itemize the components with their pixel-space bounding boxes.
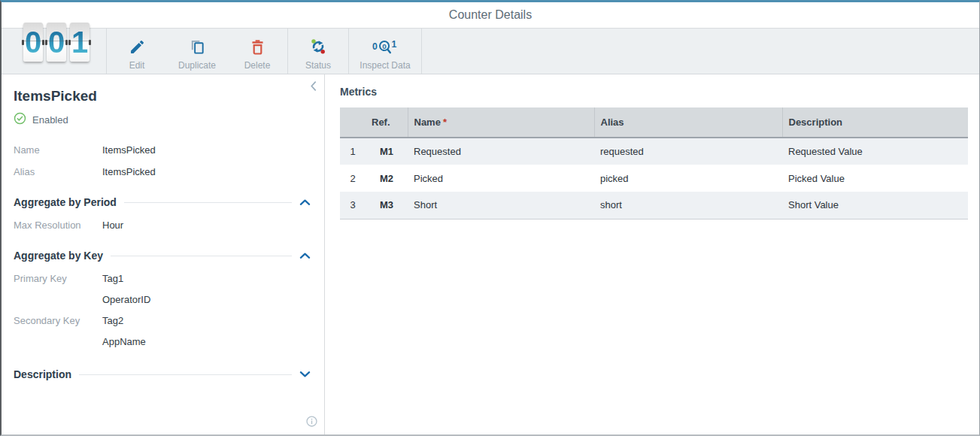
edit-label: Edit bbox=[129, 60, 145, 71]
page-title: Counter Details bbox=[449, 8, 532, 22]
section-divider bbox=[124, 202, 292, 203]
field-label: Alias bbox=[14, 166, 102, 177]
field-value: Hour bbox=[102, 220, 123, 231]
status-badge: Enabled bbox=[32, 114, 68, 126]
counter-name-title: ItemsPicked bbox=[14, 88, 311, 104]
metric-row-m2[interactable]: 2 M2 Picked picked Picked Value bbox=[340, 165, 968, 192]
metric-ref: M2 bbox=[366, 165, 408, 192]
section-divider bbox=[79, 374, 292, 375]
flip-digit: 1 bbox=[71, 27, 88, 57]
column-header-rownum bbox=[340, 107, 366, 138]
field-label: Max Resolution bbox=[14, 220, 102, 231]
enabled-check-icon bbox=[14, 112, 26, 128]
max-resolution-field: Max Resolution Hour bbox=[14, 220, 311, 231]
metric-description: Picked Value bbox=[782, 165, 968, 192]
section-divider bbox=[111, 256, 292, 256]
metric-alias: requested bbox=[594, 138, 782, 165]
info-icon bbox=[306, 416, 317, 427]
field-label: Primary Key bbox=[14, 273, 102, 284]
status-refresh-icon bbox=[309, 37, 327, 56]
toolbar: 0 0 1 Edit Duplicate bbox=[2, 29, 979, 74]
secondary-key-field: Secondary Key Tag2 AppName bbox=[14, 315, 311, 347]
svg-text:0: 0 bbox=[382, 41, 387, 50]
metric-row-m3[interactable]: 3 M3 Short short Short Value bbox=[340, 192, 968, 219]
toolbar-separator bbox=[421, 29, 422, 74]
flip-digit-card: 0 bbox=[23, 23, 43, 62]
row-number: 2 bbox=[340, 165, 366, 192]
section-aggregate-by-period[interactable]: Aggregate by Period bbox=[14, 196, 311, 208]
main-area: ItemsPicked Enabled Name ItemsPicked Ali… bbox=[2, 74, 979, 434]
info-button[interactable] bbox=[305, 414, 319, 431]
edit-pencil-icon bbox=[129, 37, 146, 56]
status-row: Enabled bbox=[14, 112, 311, 128]
required-marker: * bbox=[443, 117, 447, 128]
flip-digit: 0 bbox=[25, 27, 41, 57]
flip-digit-card: 0 bbox=[47, 23, 66, 62]
flip-digit-card: 1 bbox=[70, 23, 90, 62]
delete-button[interactable]: Delete bbox=[227, 29, 287, 74]
column-header-name-text: Name bbox=[414, 117, 441, 128]
duplicate-label: Duplicate bbox=[178, 60, 216, 71]
column-header-name: Name* bbox=[408, 107, 594, 138]
metric-name: Picked bbox=[408, 165, 594, 192]
section-title: Aggregate by Key bbox=[14, 250, 103, 262]
collapse-panel-button[interactable] bbox=[308, 79, 318, 95]
chevron-up-icon bbox=[299, 252, 311, 259]
metrics-panel: Metrics Ref. Name* Alias Description bbox=[325, 74, 979, 434]
metric-ref: M1 bbox=[366, 138, 408, 165]
duplicate-copy-icon bbox=[189, 37, 206, 56]
metric-name: Requested bbox=[408, 138, 594, 165]
metrics-section-title: Metrics bbox=[340, 86, 968, 98]
field-value: ItemsPicked bbox=[102, 166, 156, 177]
chevron-left-icon bbox=[310, 80, 317, 92]
edit-button[interactable]: Edit bbox=[107, 29, 167, 74]
inspect-data-label: Inspect Data bbox=[360, 60, 410, 71]
chevron-down-icon bbox=[299, 371, 311, 378]
duplicate-button[interactable]: Duplicate bbox=[167, 29, 227, 74]
field-value: AppName bbox=[102, 336, 146, 347]
field-value: OperatorID bbox=[102, 294, 150, 305]
section-title: Aggregate by Period bbox=[14, 196, 117, 208]
field-label bbox=[14, 294, 102, 305]
field-value: ItemsPicked bbox=[102, 144, 156, 156]
svg-text:1: 1 bbox=[392, 38, 397, 49]
status-button[interactable]: Status bbox=[288, 29, 348, 74]
field-value: Tag2 bbox=[102, 315, 123, 326]
field-label: Name bbox=[14, 144, 102, 156]
delete-label: Delete bbox=[244, 60, 271, 71]
inspect-data-button[interactable]: 0 0 1 Inspect Data bbox=[349, 29, 421, 74]
flip-digit: 0 bbox=[48, 27, 65, 57]
metric-ref: M3 bbox=[366, 192, 408, 219]
title-bar: Counter Details bbox=[2, 2, 979, 29]
metric-name: Short bbox=[408, 192, 594, 219]
status-label: Status bbox=[305, 60, 331, 71]
name-field: Name ItemsPicked bbox=[14, 144, 311, 156]
counter-flip-icon: 0 0 1 bbox=[2, 29, 106, 74]
column-header-description: Description bbox=[782, 107, 968, 138]
inspect-data-magnifier-icon: 0 0 1 bbox=[372, 37, 398, 56]
row-number: 3 bbox=[340, 192, 366, 219]
details-panel: ItemsPicked Enabled Name ItemsPicked Ali… bbox=[2, 74, 325, 434]
column-header-ref: Ref. bbox=[366, 107, 408, 138]
field-label: Secondary Key bbox=[14, 315, 102, 326]
chevron-up-icon bbox=[299, 198, 311, 206]
metric-alias: short bbox=[594, 192, 782, 219]
alias-field: Alias ItemsPicked bbox=[14, 166, 311, 177]
metric-alias: picked bbox=[594, 165, 782, 192]
metrics-table: Ref. Name* Alias Description 1 M1 Reques… bbox=[340, 107, 968, 220]
section-description[interactable]: Description bbox=[14, 368, 311, 380]
delete-trash-icon bbox=[249, 37, 266, 56]
column-header-alias: Alias bbox=[594, 107, 782, 138]
field-value: Tag1 bbox=[102, 273, 123, 284]
metric-description: Requested Value bbox=[782, 138, 968, 165]
svg-text:0: 0 bbox=[372, 41, 378, 51]
metric-description: Short Value bbox=[782, 192, 968, 219]
counter-details-window: Counter Details 0 0 1 Edit Duplicate bbox=[0, 0, 980, 436]
field-label bbox=[14, 336, 102, 347]
section-aggregate-by-key[interactable]: Aggregate by Key bbox=[14, 250, 311, 262]
metric-row-m1[interactable]: 1 M1 Requested requested Requested Value bbox=[340, 138, 968, 165]
row-number: 1 bbox=[340, 138, 366, 165]
section-title: Description bbox=[14, 368, 71, 380]
metrics-table-header-row: Ref. Name* Alias Description bbox=[340, 107, 968, 138]
primary-key-field: Primary Key Tag1 OperatorID bbox=[14, 273, 311, 305]
